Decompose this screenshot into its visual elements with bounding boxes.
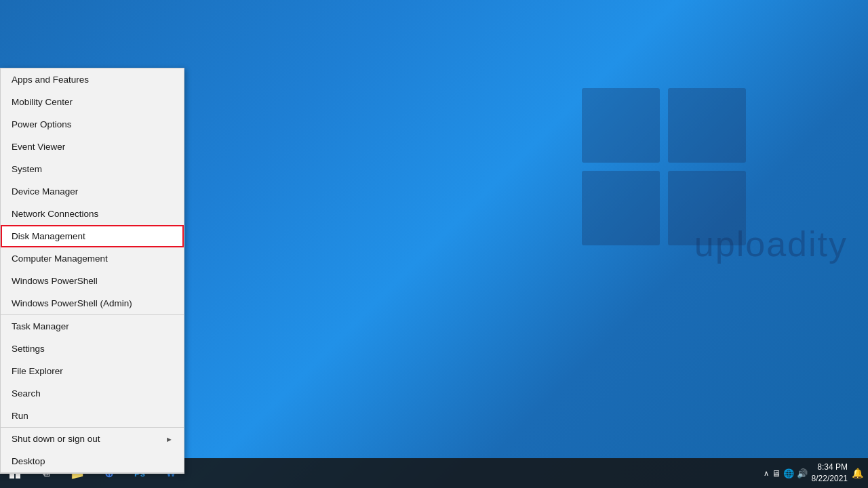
menu-item-device-manager[interactable]: Device Manager [1, 180, 184, 203]
menu-item-power-options[interactable]: Power Options [1, 113, 184, 136]
menu-item-apps-features[interactable]: Apps and Features [1, 68, 184, 91]
notification-icon: 🔔 [852, 468, 863, 479]
menu-section-3: Shut down or sign out ► Desktop [1, 428, 184, 473]
menu-item-file-explorer[interactable]: File Explorer [1, 360, 184, 382]
menu-section-1: Apps and Features Mobility Center Power … [1, 68, 184, 315]
menu-item-mobility-center[interactable]: Mobility Center [1, 91, 184, 113]
menu-item-system[interactable]: System [1, 158, 184, 180]
menu-item-task-manager[interactable]: Task Manager [1, 315, 184, 338]
menu-item-event-viewer[interactable]: Event Viewer [1, 136, 184, 158]
display-icon[interactable]: 🖥 [772, 468, 781, 479]
expand-tray-icon[interactable]: ∧ [764, 469, 769, 478]
logo-pane-bl [582, 171, 660, 245]
clock[interactable]: 8:34 PM 8/22/2021 [812, 462, 848, 485]
network-icon[interactable]: 🌐 [783, 468, 794, 479]
logo-pane-tl [582, 88, 660, 163]
chevron-right-icon: ► [165, 435, 173, 443]
windows-logo [582, 88, 746, 245]
menu-item-network-connections[interactable]: Network Connections [1, 203, 184, 225]
menu-item-disk-management[interactable]: Disk Management [1, 225, 184, 247]
menu-item-computer-management[interactable]: Computer Management [1, 247, 184, 270]
context-menu: Apps and Features Mobility Center Power … [0, 68, 184, 474]
menu-item-desktop[interactable]: Desktop [1, 450, 184, 472]
menu-item-run[interactable]: Run [1, 405, 184, 427]
taskbar-right: ∧ 🖥 🌐 🔊 8:34 PM 8/22/2021 🔔 [764, 462, 868, 485]
clock-time: 8:34 PM [812, 462, 848, 473]
svg-rect-3 [16, 474, 20, 479]
menu-item-search[interactable]: Search [1, 382, 184, 405]
clock-date: 8/22/2021 [812, 473, 848, 485]
notification-button[interactable]: 🔔 [852, 468, 863, 479]
menu-section-2: Task Manager Settings File Explorer Sear… [1, 315, 184, 428]
menu-item-settings[interactable]: Settings [1, 338, 184, 360]
watermark: uploadity [694, 224, 848, 264]
system-tray: ∧ 🖥 🌐 🔊 [764, 468, 808, 479]
logo-pane-tr [668, 88, 746, 163]
menu-item-windows-powershell[interactable]: Windows PowerShell [1, 270, 184, 292]
menu-item-windows-powershell-admin[interactable]: Windows PowerShell (Admin) [1, 292, 184, 314]
menu-item-shut-down[interactable]: Shut down or sign out ► [1, 428, 184, 450]
volume-icon[interactable]: 🔊 [797, 468, 808, 479]
svg-rect-2 [9, 474, 14, 479]
